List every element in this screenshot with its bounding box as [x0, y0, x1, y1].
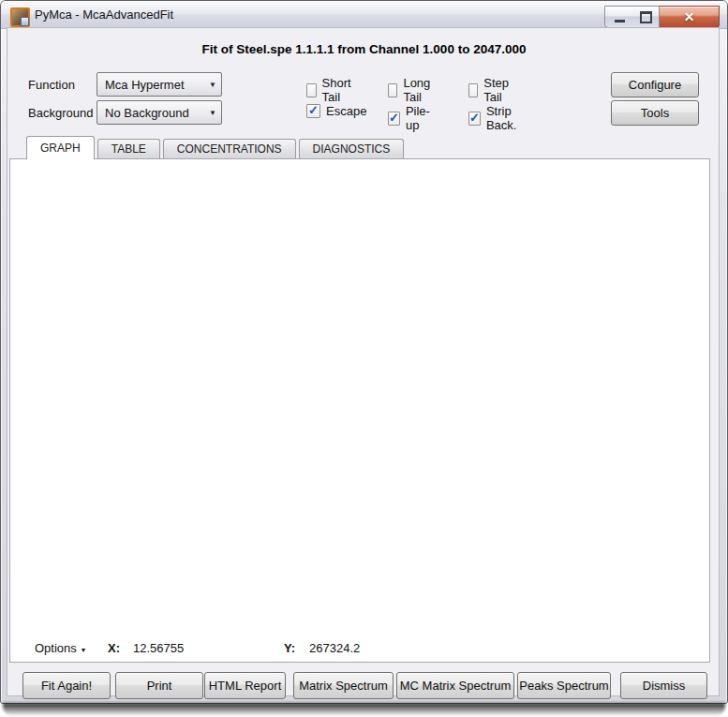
background-label: Background [28, 106, 93, 120]
checkmark-icon: ✓ [468, 112, 481, 126]
chevron-down-icon: ▼ [204, 81, 221, 89]
tab-bar: GRAPHTABLECONCENTRATIONSDIAGNOSTICS [26, 137, 404, 159]
options-label: Options [35, 641, 77, 655]
checkbox-label: Pile-up [406, 104, 432, 132]
tab-table[interactable]: TABLE [97, 139, 160, 159]
checkbox-step-tail[interactable]: Step Tail [468, 76, 513, 104]
minimize-icon [615, 20, 625, 22]
checkbox-short-tail[interactable]: Short Tail [306, 76, 355, 104]
pymca-advanced-fit-window: PyMca - McaAdvancedFit ✕ Fit of Steel.sp… [0, 0, 728, 717]
options-menu[interactable]: Options ▼ [35, 641, 86, 655]
checkbox-label: Escape [326, 104, 366, 118]
peaks-spectrum-button[interactable]: Peaks Spectrum [517, 672, 611, 699]
tools-button[interactable]: Tools [611, 100, 699, 126]
checkbox-box [468, 83, 478, 97]
close-icon: ✕ [684, 9, 695, 24]
window-title: PyMca - McaAdvancedFit [35, 1, 173, 29]
checkbox-label: Strip Back. [486, 104, 519, 132]
background-value: No Background [97, 106, 204, 120]
checkbox-pile-up[interactable]: ✓Pile-up [388, 104, 432, 132]
dismiss-button[interactable]: Dismiss [620, 672, 707, 699]
chevron-down-icon: ▼ [80, 647, 86, 653]
maximize-button[interactable] [633, 6, 660, 28]
cursor-x-label: X: [108, 641, 120, 655]
tab-diagnostics[interactable]: DIAGNOSTICS [299, 139, 405, 159]
checkbox-strip-back[interactable]: ✓Strip Back. [468, 104, 519, 132]
graph-tab-panel [9, 158, 710, 663]
function-label: Function [28, 78, 75, 92]
configure-button[interactable]: Configure [611, 72, 699, 97]
mc-matrix-spectrum-button[interactable]: MC Matrix Spectrum [396, 672, 514, 699]
app-icon [10, 7, 30, 27]
chevron-down-icon: ▼ [204, 109, 221, 117]
checkbox-label: Long Tail [403, 76, 435, 104]
background-select[interactable]: No Background ▼ [97, 100, 222, 125]
print-button[interactable]: Print [115, 672, 203, 699]
tab-concentrations[interactable]: CONCENTRATIONS [163, 139, 296, 159]
tab-graph[interactable]: GRAPH [26, 136, 95, 159]
matrix-spectrum-button[interactable]: Matrix Spectrum [293, 672, 394, 699]
function-select[interactable]: Mca Hypermet ▼ [97, 72, 222, 97]
fit-again-button[interactable]: Fit Again! [22, 672, 111, 699]
checkbox-escape[interactable]: ✓Escape [306, 104, 366, 118]
checkbox-label: Short Tail [322, 76, 356, 104]
checkbox-label: Step Tail [483, 76, 513, 104]
close-button[interactable]: ✕ [660, 6, 720, 28]
function-value: Mca Hypermet [97, 78, 204, 92]
cursor-y-value: 267324.2 [309, 641, 360, 655]
fit-header-title: Fit of Steel.spe 1.1.1.1 from Channel 1.… [7, 42, 721, 56]
checkbox-box [306, 83, 317, 97]
checkbox-long-tail[interactable]: Long Tail [388, 76, 435, 104]
checkmark-icon: ✓ [388, 112, 400, 126]
html-report-button[interactable]: HTML Report [204, 672, 286, 699]
minimize-button[interactable] [604, 6, 634, 28]
checkmark-icon: ✓ [306, 104, 320, 118]
window-drop-shadow [3, 703, 725, 715]
maximize-icon [640, 11, 652, 23]
cursor-x-value: 12.56755 [133, 641, 184, 655]
cursor-y-label: Y: [284, 641, 295, 655]
checkbox-box [388, 83, 397, 97]
